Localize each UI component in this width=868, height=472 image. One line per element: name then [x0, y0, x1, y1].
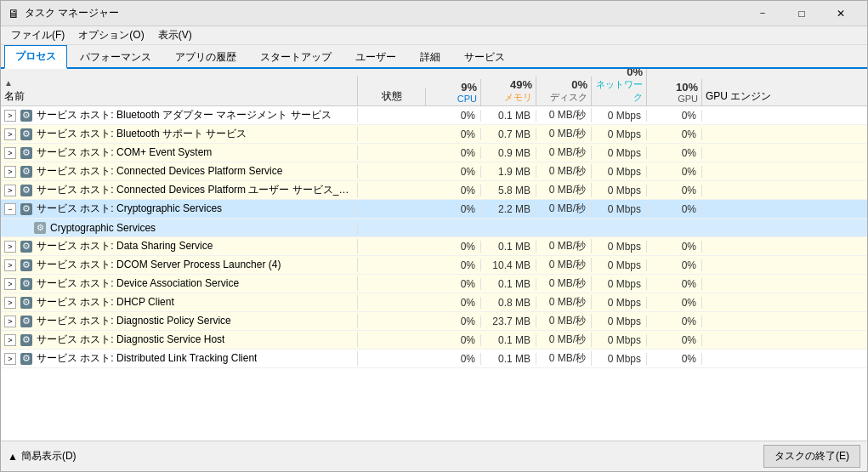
- table-row[interactable]: >サービス ホスト: DCOM Server Process Launcher …: [1, 256, 867, 275]
- table-row[interactable]: >サービス ホスト: Bluetooth サポート サービス0%0.7 MB0 …: [1, 125, 867, 144]
- cell-network: 0 Mbps: [592, 353, 647, 365]
- gear-icon: [20, 147, 32, 159]
- gear-icon: [20, 316, 32, 327]
- minimize-button[interactable]: －: [743, 1, 782, 26]
- app-icon: 🖥: [8, 7, 20, 20]
- col-header-name[interactable]: ▲ 名前: [1, 77, 358, 105]
- expand-button[interactable]: >: [4, 128, 16, 140]
- expand-button[interactable]: >: [4, 185, 16, 196]
- end-task-button[interactable]: タスクの終了(E): [763, 445, 860, 468]
- col-header-network[interactable]: 0% ネットワーク: [592, 69, 647, 105]
- cell-disk: 0 MB/秒: [536, 108, 592, 122]
- cell-network: 0 Mbps: [592, 259, 647, 271]
- cell-memory: 0.9 MB: [481, 147, 536, 159]
- cell-gpu: 0%: [647, 297, 702, 309]
- menu-view[interactable]: 表示(V): [151, 26, 199, 44]
- expand-button[interactable]: >: [4, 110, 16, 122]
- cell-name: >サービス ホスト: Distributed Link Tracking Cli…: [1, 351, 358, 366]
- expand-button[interactable]: >: [4, 297, 16, 309]
- tab-performance[interactable]: パフォーマンス: [69, 46, 162, 69]
- cell-disk: 0 MB/秒: [536, 333, 592, 347]
- gear-icon: [20, 278, 32, 290]
- cell-disk: 0 MB/秒: [536, 202, 592, 216]
- maximize-button[interactable]: □: [782, 1, 821, 26]
- cell-name: >サービス ホスト: COM+ Event System: [1, 145, 358, 160]
- col-header-gpu-engine[interactable]: GPU エンジン: [702, 88, 867, 105]
- tab-services[interactable]: サービス: [453, 46, 516, 69]
- table-row[interactable]: Cryptographic Services: [1, 219, 867, 237]
- cell-gpu: 0%: [647, 147, 702, 159]
- cell-network: 0 Mbps: [592, 203, 647, 215]
- table-row[interactable]: >サービス ホスト: Bluetooth アダプター マネージメント サービス0…: [1, 106, 867, 125]
- table-row[interactable]: >サービス ホスト: Connected Devices Platform Se…: [1, 162, 867, 181]
- table-row[interactable]: >サービス ホスト: COM+ Event System0%0.9 MB0 MB…: [1, 144, 867, 162]
- gear-icon: [20, 110, 32, 122]
- table-row[interactable]: >サービス ホスト: Data Sharing Service0%0.1 MB0…: [1, 237, 867, 256]
- cell-name: >サービス ホスト: Diagnostic Policy Service: [1, 314, 358, 328]
- table-row[interactable]: >サービス ホスト: Connected Devices Platform ユー…: [1, 181, 867, 200]
- menu-bar: ファイル(F) オプション(O) 表示(V): [1, 26, 867, 45]
- cell-network: 0 Mbps: [592, 147, 647, 159]
- cell-network: 0 Mbps: [592, 241, 647, 253]
- cell-disk: 0 MB/秒: [536, 127, 592, 141]
- expand-button[interactable]: >: [4, 166, 16, 178]
- cell-network: 0 Mbps: [592, 297, 647, 309]
- tab-details[interactable]: 詳細: [409, 46, 451, 69]
- gear-icon: [20, 241, 32, 253]
- gear-icon: [20, 203, 32, 215]
- gear-icon: [20, 185, 32, 196]
- table-row[interactable]: >サービス ホスト: Device Association Service0%0…: [1, 275, 867, 293]
- expand-button[interactable]: >: [4, 334, 16, 346]
- cell-memory: 0.1 MB: [481, 241, 536, 253]
- cell-name: >サービス ホスト: Device Association Service: [1, 276, 358, 291]
- close-button[interactable]: ✕: [821, 1, 860, 26]
- process-name: サービス ホスト: Connected Devices Platform Ser…: [37, 164, 282, 179]
- cell-disk: 0 MB/秒: [536, 145, 592, 160]
- cell-cpu: 0%: [426, 353, 481, 365]
- expand-button[interactable]: >: [4, 353, 16, 365]
- process-name: サービス ホスト: Diagnostic Service Host: [37, 333, 224, 347]
- bottom-bar: ▲ 簡易表示(D) タスクの終了(E): [1, 441, 867, 471]
- cell-gpu: 0%: [647, 259, 702, 271]
- cell-memory: 0.1 MB: [481, 278, 536, 290]
- simple-view-toggle[interactable]: ▲ 簡易表示(D): [8, 449, 77, 463]
- col-header-status[interactable]: 状態: [358, 88, 426, 105]
- collapse-button[interactable]: −: [4, 203, 16, 215]
- menu-file[interactable]: ファイル(F): [4, 26, 71, 44]
- cell-gpu: 0%: [647, 278, 702, 290]
- tab-startup[interactable]: スタートアップ: [249, 46, 343, 69]
- cell-name: >サービス ホスト: DHCP Client: [1, 295, 358, 310]
- col-header-disk[interactable]: 0% ディスク: [536, 77, 592, 105]
- tab-users[interactable]: ユーザー: [344, 46, 407, 69]
- table-row[interactable]: −サービス ホスト: Cryptographic Services0%2.2 M…: [1, 200, 867, 219]
- table-row[interactable]: >サービス ホスト: Distributed Link Tracking Cli…: [1, 350, 867, 368]
- cell-network: 0 Mbps: [592, 166, 647, 178]
- cell-cpu: 0%: [426, 203, 481, 215]
- process-name: サービス ホスト: Device Association Service: [37, 276, 239, 291]
- cell-cpu: 0%: [426, 128, 481, 140]
- cell-disk: 0 MB/秒: [536, 351, 592, 366]
- expand-button[interactable]: >: [4, 147, 16, 159]
- cell-cpu: 0%: [426, 241, 481, 253]
- col-header-memory[interactable]: 49% メモリ: [481, 77, 536, 105]
- table-row[interactable]: >サービス ホスト: Diagnostic Policy Service0%23…: [1, 312, 867, 331]
- tab-app-history[interactable]: アプリの履歴: [164, 46, 247, 69]
- cell-memory: 2.2 MB: [481, 203, 536, 215]
- expand-button[interactable]: >: [4, 316, 16, 327]
- cell-network: 0 Mbps: [592, 278, 647, 290]
- expand-button[interactable]: >: [4, 241, 16, 253]
- tab-process[interactable]: プロセス: [4, 45, 67, 69]
- cell-disk: 0 MB/秒: [536, 183, 592, 197]
- cell-disk: 0 MB/秒: [536, 164, 592, 179]
- table-row[interactable]: >サービス ホスト: Diagnostic Service Host0%0.1 …: [1, 331, 867, 350]
- col-header-cpu[interactable]: 9% CPU: [426, 79, 481, 105]
- cell-memory: 23.7 MB: [481, 316, 536, 327]
- expand-button[interactable]: >: [4, 259, 16, 271]
- col-header-gpu[interactable]: 10% GPU: [647, 79, 702, 105]
- cell-network: 0 Mbps: [592, 185, 647, 196]
- title-bar: 🖥 タスク マネージャー － □ ✕: [1, 1, 867, 26]
- cell-name: >サービス ホスト: Bluetooth アダプター マネージメント サービス: [1, 108, 358, 122]
- expand-button[interactable]: >: [4, 278, 16, 290]
- menu-options[interactable]: オプション(O): [71, 26, 150, 44]
- table-row[interactable]: >サービス ホスト: DHCP Client0%0.8 MB0 MB/秒0 Mb…: [1, 293, 867, 312]
